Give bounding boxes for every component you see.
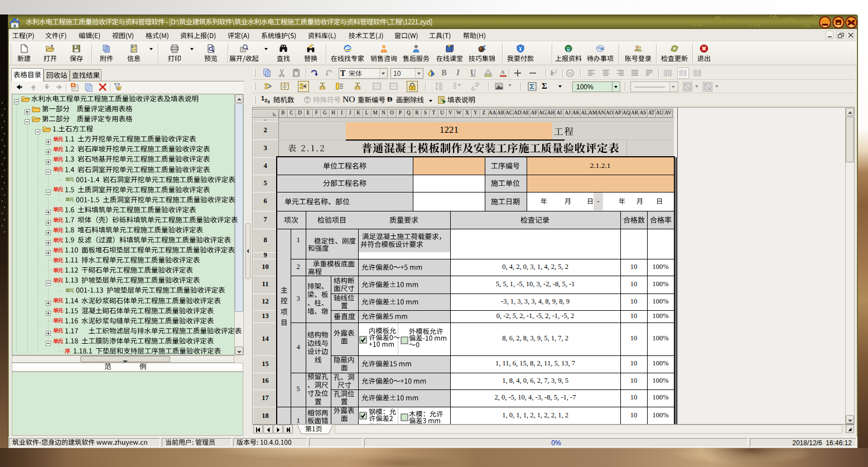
svg-text:T: T xyxy=(340,69,346,77)
svg-text:A: A xyxy=(500,69,505,75)
svg-text:b: b xyxy=(551,69,554,77)
svg-text:%: % xyxy=(568,71,572,76)
svg-text:DVD: DVD xyxy=(601,48,605,50)
svg-text:2: 2 xyxy=(554,69,557,74)
